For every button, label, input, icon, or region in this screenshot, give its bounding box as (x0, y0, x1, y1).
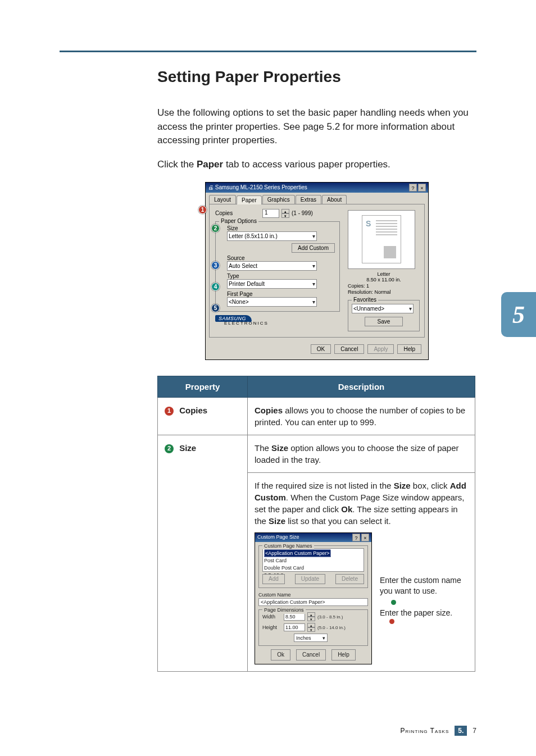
copies-input[interactable]: 1 (262, 209, 279, 218)
tab-graphics[interactable]: Graphics (262, 195, 295, 204)
custom-names-legend: Custom Page Names (262, 543, 314, 550)
annot-dot-size (389, 619, 394, 624)
paper-options-legend: Paper Options (219, 218, 258, 224)
size-label: Size (227, 225, 335, 231)
callout-1: 1 (198, 206, 207, 214)
type-select[interactable]: Printer Default (227, 279, 317, 289)
height-range: (5.0 - 14.0 in.) (317, 625, 346, 631)
row-size-property: 2 Size (158, 435, 248, 672)
chapter-tab: 5 (501, 292, 536, 337)
callout-3: 3 (211, 261, 220, 270)
properties-table: Property Description 1 Copies Copies all… (157, 376, 475, 672)
favorites-legend: Favorites (352, 297, 378, 303)
ok-button[interactable]: OK (311, 344, 331, 354)
page-dimensions-group: Page Dimensions Width 8.50 ▴▾ (3.0 - 8.5… (258, 609, 368, 646)
callout-4: 4 (211, 283, 220, 291)
copies-label: Copies (215, 210, 243, 216)
custom-name-input[interactable]: <Application Custom Paper> (258, 598, 368, 606)
mini-ok-button[interactable]: Ok (271, 649, 290, 661)
preview-box: S (348, 210, 415, 269)
first-page-label: First Page (227, 291, 335, 297)
size-select[interactable]: Letter (8.5x11.0 in.) (227, 231, 317, 241)
tab-layout[interactable]: Layout (209, 195, 236, 204)
width-input[interactable]: 8.50 (284, 613, 305, 621)
mini-delete-button[interactable]: Delete (335, 574, 364, 584)
app-icon: 🖨 (208, 184, 214, 190)
copies-range: (1 - 999) (292, 210, 313, 216)
width-range: (3.0 - 8.5 in.) (317, 614, 343, 620)
cancel-button[interactable]: Cancel (334, 344, 364, 354)
custom-name-label: Custom Name (258, 591, 368, 599)
col-description: Description (248, 376, 475, 397)
width-label: Width (262, 613, 281, 621)
help-button[interactable]: Help (397, 344, 421, 354)
tab-about[interactable]: About (322, 195, 347, 204)
mini-close-icon[interactable]: × (361, 534, 369, 541)
row-size-desc: The Size option allows you to choose the… (248, 435, 475, 672)
favorites-group: Favorites <Unnamed> Save (348, 300, 420, 331)
mini-dialog-title: Custom Page Size (257, 534, 299, 541)
page-footer: Printing Tasks 5.7 (401, 726, 476, 736)
footer-section: Printing Tasks (401, 727, 449, 735)
badge-1: 1 (165, 407, 174, 416)
favorites-select[interactable]: <Unnamed> (352, 304, 414, 313)
height-label: Height (262, 624, 281, 631)
mini-help-button[interactable]: Help (331, 649, 356, 661)
dialog-title: Samsung ML-2150 Series Properties (215, 184, 307, 190)
annot-custom-name: Enter the custom name you want to use. (380, 575, 468, 596)
custom-names-group: Custom Page Names <Application Custom Pa… (258, 545, 368, 588)
intro-paragraph: Use the following options to set the bas… (157, 106, 476, 148)
printer-properties-dialog: 🖨 Samsung ML-2150 Series Properties ? × … (205, 182, 429, 360)
callout-2: 2 (211, 224, 220, 233)
height-input[interactable]: 11.00 (284, 623, 305, 631)
click-paper-line: Click the Paper tab to access various pa… (157, 158, 476, 172)
source-select[interactable]: Auto Select (227, 261, 317, 271)
row-copies-property: 1 Copies (158, 397, 248, 435)
mini-update-button[interactable]: Update (295, 574, 325, 584)
close-icon[interactable]: × (418, 184, 426, 192)
paper-options-group: Paper Options 2 Size Letter (8.5x11.0 in… (215, 221, 340, 312)
type-label: Type (227, 273, 335, 279)
source-label: Source (227, 255, 335, 261)
custom-names-list[interactable]: <Application Custom Paper> Post Card Dou… (262, 548, 364, 572)
mini-cancel-button[interactable]: Cancel (296, 649, 326, 661)
add-custom-button[interactable]: Add Custom (292, 243, 335, 253)
custom-page-size-dialog: Custom Page Size ? × Custom Page Names (255, 532, 372, 665)
dialog-tabs: Layout Paper Graphics Extras About (206, 193, 428, 204)
row-copies-desc: Copies allows you to choose the number o… (248, 397, 475, 435)
mini-help-icon[interactable]: ? (352, 534, 360, 541)
tab-extras[interactable]: Extras (296, 195, 321, 204)
save-button[interactable]: Save (365, 317, 403, 326)
brand-sub: ELECTRONICS (224, 321, 340, 326)
tab-paper[interactable]: Paper (237, 195, 262, 204)
col-property: Property (158, 376, 248, 397)
help-icon[interactable]: ? (409, 184, 417, 192)
preview-info: Letter 8.50 x 11.00 in. Copies: 1 Resolu… (348, 271, 420, 295)
first-page-select[interactable]: <None> (227, 297, 317, 307)
apply-button[interactable]: Apply (367, 344, 394, 354)
dims-legend: Page Dimensions (262, 607, 306, 614)
callout-5: 5 (211, 304, 220, 312)
badge-2: 2 (165, 444, 174, 453)
page-title: Setting Paper Properties (157, 68, 476, 86)
units-select[interactable]: Inches (294, 634, 328, 642)
annot-paper-size: Enter the paper size. (380, 608, 468, 618)
mini-add-button[interactable]: Add (262, 574, 285, 584)
